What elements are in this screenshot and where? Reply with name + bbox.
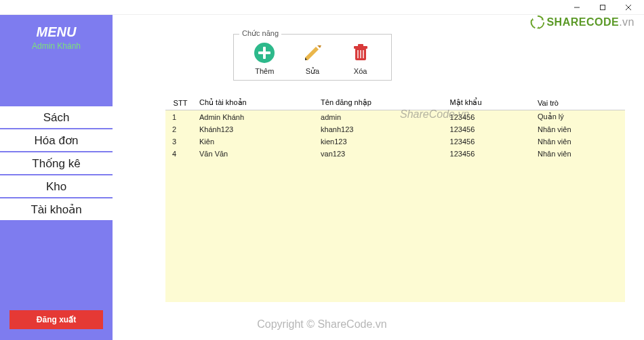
minimize-button[interactable] (564, 1, 590, 14)
sidebar: MENU Admin Khánh Sách Hóa đơn Thống kê K… (0, 15, 113, 340)
sidebar-title: MENU (0, 24, 113, 40)
cell-login: khanh123 (317, 123, 446, 135)
accounts-table[interactable]: STT Chủ tài khoản Tên đăng nhập Mật khẩu… (165, 95, 625, 328)
cell-role: Nhân viên (534, 148, 625, 160)
table-row[interactable]: 1 Admin Khánh admin 123456 Quản lý (165, 110, 625, 124)
sidebar-user: Admin Khánh (0, 41, 113, 51)
svg-marker-11 (317, 45, 321, 48)
svg-rect-17 (360, 50, 361, 58)
cell-login: admin (317, 110, 446, 124)
pencil-icon (301, 41, 324, 64)
col-stt[interactable]: STT (165, 95, 195, 110)
svg-rect-1 (601, 5, 605, 9)
edit-label: Sửa (306, 67, 319, 76)
cell-owner: Kiên (195, 135, 317, 148)
col-login[interactable]: Tên đăng nhập (317, 95, 446, 110)
logout-button[interactable]: Đăng xuất (9, 310, 103, 329)
cell-login: kien123 (317, 135, 446, 148)
cell-stt: 3 (165, 135, 195, 148)
cell-stt: 1 (165, 110, 195, 124)
svg-rect-15 (358, 44, 363, 47)
cell-password: 123456 (446, 123, 534, 135)
sidebar-item-invoices[interactable]: Hóa đơn (0, 128, 113, 151)
cell-role: Nhân viên (534, 123, 625, 135)
table-row[interactable]: 3 Kiên kien123 123456 Nhân viên (165, 135, 625, 148)
delete-label: Xóa (354, 67, 367, 75)
add-label: Thêm (255, 67, 274, 75)
cell-stt: 2 (165, 123, 195, 135)
delete-button[interactable]: Xóa (338, 41, 383, 76)
svg-rect-18 (363, 50, 364, 58)
col-owner[interactable]: Chủ tài khoản (195, 95, 317, 110)
close-button[interactable] (616, 1, 641, 14)
cell-password: 123456 (446, 135, 534, 148)
svg-marker-10 (305, 47, 319, 60)
trash-icon (349, 41, 372, 64)
plus-icon (253, 41, 276, 64)
col-role[interactable]: Vai trò (534, 95, 625, 110)
sidebar-item-label: Thống kê (32, 157, 80, 170)
window-titlebar (0, 0, 644, 15)
cell-role: Nhân viên (534, 135, 625, 148)
table-empty-area (165, 160, 625, 302)
table-header-row: STT Chủ tài khoản Tên đăng nhập Mật khẩu… (165, 95, 625, 110)
toolbar-groupbox: Chức năng Thêm Sửa (233, 34, 392, 81)
cell-owner: Văn Văn (195, 148, 317, 160)
svg-rect-9 (258, 51, 270, 54)
edit-button[interactable]: Sửa (290, 41, 335, 76)
add-button[interactable]: Thêm (242, 41, 287, 76)
col-password[interactable]: Mật khẩu (446, 95, 534, 110)
sidebar-item-label: Sách (43, 111, 70, 124)
svg-rect-16 (357, 50, 359, 58)
sidebar-item-label: Kho (46, 180, 66, 193)
sidebar-item-stats[interactable]: Thống kê (0, 151, 113, 174)
sidebar-item-label: Hóa đơn (35, 134, 79, 147)
sidebar-item-label: Tài khoản (31, 203, 81, 216)
cell-login: van123 (317, 148, 446, 160)
toolbar-legend: Chức năng (239, 29, 281, 38)
main-pane: Chức năng Thêm Sửa (113, 15, 644, 340)
table-row[interactable]: 4 Văn Văn van123 123456 Nhân viên (165, 148, 625, 160)
table-row[interactable]: 2 Khánh123 khanh123 123456 Nhân viên (165, 123, 625, 135)
cell-role: Quản lý (534, 110, 625, 124)
logout-label: Đăng xuất (37, 315, 76, 324)
sidebar-item-warehouse[interactable]: Kho (0, 174, 113, 197)
cell-owner: Admin Khánh (195, 110, 317, 124)
cell-password: 123456 (446, 148, 534, 160)
cell-owner: Khánh123 (195, 123, 317, 135)
cell-stt: 4 (165, 148, 195, 160)
sidebar-item-accounts[interactable]: Tài khoản (0, 197, 113, 220)
sidebar-item-books[interactable]: Sách (0, 105, 113, 128)
maximize-button[interactable] (590, 1, 616, 14)
cell-password: 123456 (446, 110, 534, 124)
